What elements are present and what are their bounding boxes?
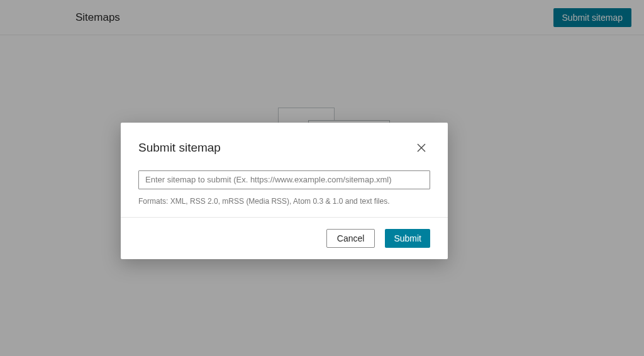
formats-hint: Formats: XML, RSS 2.0, mRSS (Media RSS),… [138, 197, 430, 206]
dialog-footer: Cancel Submit [121, 217, 448, 259]
modal-overlay[interactable]: Submit sitemap Formats: XML, RSS 2.0, mR… [0, 0, 644, 356]
dialog-title: Submit sitemap [138, 141, 221, 155]
cancel-button[interactable]: Cancel [326, 229, 375, 248]
submit-sitemap-dialog: Submit sitemap Formats: XML, RSS 2.0, mR… [121, 123, 448, 259]
close-icon [416, 143, 426, 153]
dialog-header: Submit sitemap [121, 123, 448, 170]
sitemap-url-input[interactable] [138, 170, 430, 189]
close-button[interactable] [413, 139, 430, 157]
dialog-body: Formats: XML, RSS 2.0, mRSS (Media RSS),… [121, 170, 448, 217]
submit-button[interactable]: Submit [385, 229, 430, 248]
